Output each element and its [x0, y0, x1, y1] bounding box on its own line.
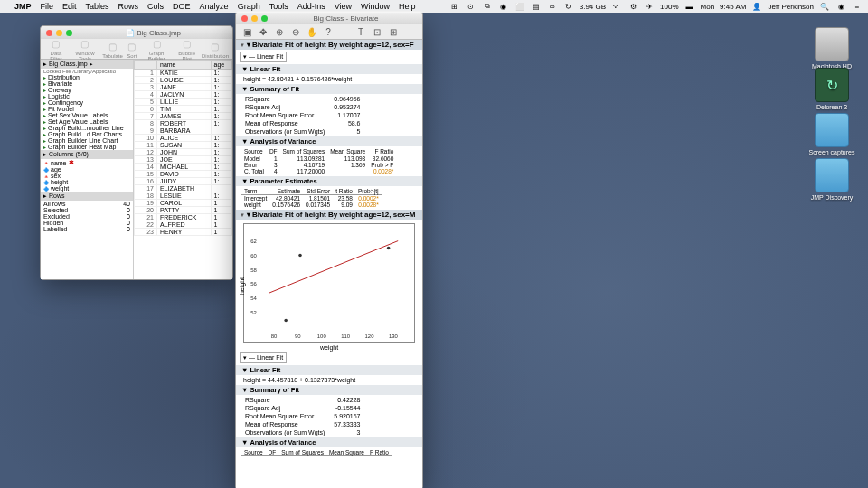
- menu-help[interactable]: Help: [399, 2, 416, 11]
- rows-stat[interactable]: Labelled0: [41, 226, 133, 232]
- desktop-icon[interactable]: Screen captures: [805, 113, 859, 155]
- rows-stat[interactable]: Hidden0: [41, 220, 133, 226]
- toolbar-button[interactable]: ?: [321, 24, 335, 39]
- table-row[interactable]: 15DAVID1:: [135, 171, 232, 178]
- script-item[interactable]: ▸Bivariate: [41, 80, 133, 87]
- column-header[interactable]: age: [211, 61, 231, 70]
- menu-rows[interactable]: Rows: [118, 2, 139, 11]
- toolbar-button[interactable]: ✋: [305, 24, 319, 39]
- desktop-icon[interactable]: JMP Discovery: [805, 158, 859, 201]
- anova-header[interactable]: ▼Analysis of Variance: [236, 437, 422, 447]
- user-icon[interactable]: 👤: [751, 3, 762, 11]
- toolbar-button[interactable]: [337, 24, 352, 39]
- menu-tools[interactable]: Tools: [269, 2, 288, 11]
- data-grid[interactable]: nameage1KATIE1:2LOUISE1:3JANE1:4JACLYN1:…: [134, 60, 232, 279]
- menu-cols[interactable]: Cols: [147, 2, 164, 11]
- toolbar-button[interactable]: ✥: [256, 24, 270, 39]
- script-item[interactable]: ▸Distribution: [41, 74, 133, 80]
- table-row[interactable]: 11SUSAN1:: [135, 142, 232, 149]
- status-icon[interactable]: ⚙: [627, 3, 638, 11]
- zoom-button[interactable]: [66, 30, 72, 36]
- linear-fit-header[interactable]: ▼Linear Fit: [236, 64, 422, 74]
- desktop-icon[interactable]: Macintosh HD: [805, 27, 859, 70]
- status-icon[interactable]: ⧉: [482, 2, 493, 11]
- toolbar-button[interactable]: ▣: [240, 24, 254, 39]
- status-icon[interactable]: ⬜: [514, 3, 525, 11]
- status-icon[interactable]: ◉: [498, 3, 509, 11]
- linear-fit-toggle[interactable]: ▾ — Linear Fit: [240, 352, 287, 363]
- toolbar-button[interactable]: ▢Data Filter: [44, 36, 68, 61]
- table-row[interactable]: 4JACLYN1:: [135, 91, 232, 99]
- minimize-button[interactable]: [56, 30, 62, 36]
- section-header[interactable]: ▼▾Bivariate Fit of height By weight age=…: [236, 210, 422, 220]
- status-icon[interactable]: ✈: [644, 3, 655, 11]
- rows-stat[interactable]: Selected0: [41, 207, 133, 213]
- wifi-icon[interactable]: ᯤ: [611, 3, 622, 11]
- status-icon[interactable]: ↻: [563, 3, 574, 11]
- param-header[interactable]: ▼Parameter Estimates: [236, 176, 422, 186]
- menu-file[interactable]: File: [41, 2, 54, 11]
- user-name[interactable]: Jeff Perkinson: [768, 3, 814, 11]
- zoom-button[interactable]: [261, 15, 268, 22]
- clock-day[interactable]: Mon: [701, 3, 715, 11]
- minimize-button[interactable]: [251, 15, 258, 22]
- table-row[interactable]: 17ELIZABETH: [135, 185, 232, 192]
- close-button[interactable]: [241, 15, 248, 22]
- column-item[interactable]: 🔺 sex: [41, 173, 133, 179]
- column-item[interactable]: 🔷 height: [41, 179, 133, 185]
- table-row[interactable]: 22ALFRED1: [135, 221, 232, 229]
- script-item[interactable]: ▸Oneway: [41, 87, 133, 93]
- table-row[interactable]: 10ALICE1:: [135, 135, 232, 142]
- linear-fit-toggle[interactable]: ▾ — Linear Fit: [240, 52, 287, 62]
- toolbar-button[interactable]: ▢Sort: [125, 39, 139, 59]
- anova-header[interactable]: ▼Analysis of Variance: [236, 136, 422, 146]
- rows-panel-header[interactable]: ▸ Rows: [41, 192, 133, 201]
- toolbar-button[interactable]: ▢Bubble Plot: [174, 36, 200, 61]
- menu-window[interactable]: Window: [361, 2, 390, 11]
- table-row[interactable]: 23HENRY1: [135, 229, 232, 236]
- table-row[interactable]: 6TIM1:: [135, 106, 232, 113]
- status-icon[interactable]: ⊞: [449, 3, 460, 11]
- script-item[interactable]: ▸Fit Model: [41, 106, 133, 112]
- table-row[interactable]: 1KATIE1:: [135, 70, 232, 77]
- column-header[interactable]: name: [157, 61, 212, 70]
- toolbar-button[interactable]: ▢Tabulate: [102, 39, 123, 59]
- toolbar-button[interactable]: ⊡: [370, 24, 384, 39]
- column-header[interactable]: [135, 61, 157, 70]
- script-item[interactable]: ▸Graph Builder Line Chart: [41, 137, 133, 144]
- table-row[interactable]: 3JANE1:: [135, 84, 232, 91]
- close-button[interactable]: [46, 30, 52, 36]
- script-item[interactable]: ▸Set Age Value Labels: [41, 118, 133, 125]
- status-icon[interactable]: ▤: [531, 3, 542, 11]
- app-name[interactable]: JMP: [14, 2, 32, 11]
- table-panel-header[interactable]: ▸ Big Class.jmp ▸: [41, 60, 133, 69]
- table-row[interactable]: 20PATTY1: [135, 207, 232, 214]
- summary-header[interactable]: ▼Summary of Fit: [236, 84, 422, 94]
- desktop-icon[interactable]: ↻Delorean 3: [805, 68, 859, 110]
- linear-fit-header[interactable]: ▼Linear Fit: [236, 365, 422, 375]
- toolbar-button[interactable]: ▢Window Tools: [70, 36, 100, 61]
- script-item[interactable]: ▸Logistic: [41, 93, 133, 99]
- siri-icon[interactable]: ◉: [835, 3, 846, 11]
- script-item[interactable]: ▸Set Sex Value Labels: [41, 112, 133, 118]
- toolbar-button[interactable]: ⊞: [386, 24, 401, 39]
- memory-status[interactable]: 3.94 GB: [580, 3, 606, 11]
- column-item[interactable]: 🔺 name ✱: [41, 159, 133, 166]
- table-row[interactable]: 2LOUISE1:: [135, 77, 232, 84]
- section-header[interactable]: ▼▾Bivariate Fit of height By weight age=…: [236, 40, 422, 50]
- rows-stat[interactable]: All rows40: [41, 201, 133, 207]
- notification-icon[interactable]: ≡: [852, 3, 863, 11]
- menu-edit[interactable]: Edit: [62, 2, 77, 11]
- table-row[interactable]: 21FREDERICK1: [135, 214, 232, 221]
- table-row[interactable]: 12JOHN1:: [135, 149, 232, 156]
- menu-view[interactable]: View: [335, 2, 352, 11]
- toolbar-button[interactable]: ⊕: [272, 24, 287, 39]
- toolbar-button[interactable]: ▢Graph Builder: [141, 36, 173, 61]
- columns-panel-header[interactable]: ▸ Columns (5/0): [41, 150, 133, 159]
- table-row[interactable]: 18LESLIE1:: [135, 192, 232, 200]
- status-icon[interactable]: ∞: [547, 3, 558, 11]
- table-row[interactable]: 5LILLIE1:: [135, 99, 232, 106]
- table-row[interactable]: 7JAMES1:: [135, 113, 232, 120]
- toolbar-button[interactable]: T: [354, 24, 368, 39]
- titlebar[interactable]: Big Class - Bivariate: [236, 12, 422, 24]
